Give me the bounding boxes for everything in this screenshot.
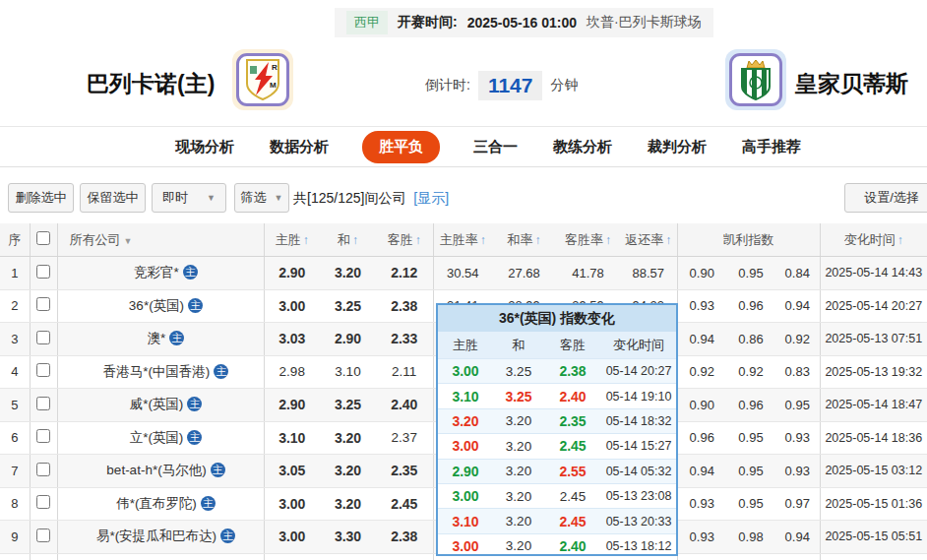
change-time-header[interactable]: 变化时间↑ <box>820 223 927 257</box>
home-indicator-badge: 主 <box>169 331 184 345</box>
tab-item[interactable]: 数据分析 <box>268 132 331 162</box>
delete-selected-button[interactable]: 删除选中 <box>8 183 74 213</box>
company-name[interactable]: 竞彩官*主 <box>57 257 264 290</box>
kelly-home: 0.93 <box>677 521 726 554</box>
match-meta-bar: 西甲 开赛时间: 2025-05-16 01:00 坎普·巴列卡斯球场 <box>335 8 713 37</box>
show-link[interactable]: [显示] <box>413 190 449 206</box>
company-name[interactable]: 澳*主 <box>57 323 264 356</box>
table-row: 1 竞彩官*主 2.90 3.20 2.12 30.54 27.68 41.78… <box>0 257 927 290</box>
home-indicator-badge: 主 <box>187 397 202 411</box>
row-index: 7 <box>0 455 30 488</box>
row-checkbox[interactable] <box>36 397 50 410</box>
kelly-home: 0.93 <box>677 487 726 521</box>
popup-row: 3.00 3.20 2.45 05-13 23:08 <box>438 483 676 508</box>
kelly-away: 0.97 <box>775 487 820 521</box>
settings-button[interactable]: 设置/选择 <box>844 183 927 213</box>
popup-draw-odds: 3.20 <box>493 408 544 433</box>
company-name[interactable]: 36*(英国)主 <box>57 289 264 323</box>
kelly-draw: 0.92 <box>726 355 775 389</box>
kelly-away: 0.84 <box>775 257 820 290</box>
tab-item[interactable]: 胜平负 <box>362 131 440 163</box>
draw-header[interactable]: 和↑ <box>320 223 376 257</box>
row-index: 4 <box>0 355 30 389</box>
popup-row: 3.20 3.20 2.35 05-14 18:32 <box>438 408 676 433</box>
draw-odds: 3.30 <box>320 521 376 554</box>
row-checkbox[interactable] <box>36 463 50 476</box>
popup-draw-odds: 3.20 <box>493 533 544 556</box>
home-win-odds: 2.90 <box>264 257 320 290</box>
company-name[interactable]: 易*(安提瓜和巴布达)主 <box>57 521 264 554</box>
kelly-home: 0.90 <box>677 389 726 422</box>
popup-away-win-odds: 2.35 <box>544 408 601 433</box>
company-header[interactable]: 所有公司▼ <box>57 223 264 257</box>
away-win-header[interactable]: 客胜↑ <box>376 223 433 257</box>
row-checkbox[interactable] <box>36 265 50 279</box>
company-name[interactable]: 威*(英国)主 <box>57 389 264 422</box>
company-name[interactable]: Interwet*(塞浦路斯)主 <box>57 553 264 560</box>
filter-dropdown[interactable]: 筛选 ▼ <box>234 183 289 213</box>
keep-selected-button[interactable]: 保留选中 <box>80 183 146 213</box>
row-select-cell <box>30 455 57 488</box>
row-checkbox[interactable] <box>36 495 50 509</box>
chevron-down-icon: ▼ <box>124 236 133 246</box>
popup-away-win-odds: 2.40 <box>544 533 601 556</box>
popup-home-win-odds: 3.10 <box>438 384 493 408</box>
sort-up-icon: ↑ <box>415 233 421 247</box>
home-win-header[interactable]: 主胜↑ <box>264 223 320 257</box>
draw-odds: 3.20 <box>320 257 376 290</box>
row-select-cell <box>30 289 57 323</box>
home-win-rate: 30.54 <box>433 257 492 290</box>
popup-change-time-header: 变化时间 <box>601 332 676 359</box>
kelly-draw: 0.96 <box>726 389 775 422</box>
popup-change-time: 05-14 20:27 <box>601 359 676 384</box>
draw-rate-header[interactable]: 和率↑ <box>492 223 556 257</box>
change-time: 2025-05-15 03:12 <box>820 455 927 488</box>
row-checkbox[interactable] <box>36 529 50 542</box>
return-rate-header[interactable]: 返还率↑ <box>620 223 677 257</box>
company-name[interactable]: 香港马*(中国香港)主 <box>57 355 264 389</box>
away-win-odds: 2.12 <box>376 257 433 290</box>
row-select-cell <box>30 257 57 290</box>
row-index: 6 <box>0 421 30 455</box>
row-checkbox[interactable] <box>36 363 50 377</box>
tab-item[interactable]: 裁判分析 <box>646 132 709 162</box>
kickoff-time: 2025-05-16 01:00 <box>467 15 577 31</box>
return-rate: 88.57 <box>620 257 677 290</box>
live-odds-dropdown[interactable]: 即时 ▼ <box>152 183 226 213</box>
company-count: 共[125/125]间公司 [显示] <box>293 190 449 208</box>
home-rate-header[interactable]: 主胜率↑ <box>433 223 492 257</box>
home-indicator-badge: 主 <box>183 265 198 280</box>
tab-item[interactable]: 三合一 <box>471 132 520 162</box>
popup-home-win-odds: 3.20 <box>438 408 493 433</box>
select-all-checkbox[interactable] <box>36 231 50 245</box>
draw-rate: 27.68 <box>492 257 556 290</box>
home-team-logo: R M <box>232 49 293 110</box>
company-name[interactable]: bet-at-h*(马尔他)主 <box>57 455 264 488</box>
row-checkbox[interactable] <box>36 297 50 311</box>
row-checkbox[interactable] <box>36 331 50 344</box>
home-win-odds: 2.98 <box>264 355 320 389</box>
tab-item[interactable]: 现场分析 <box>173 132 236 162</box>
popup-away-win-odds: 2.45 <box>544 434 601 459</box>
away-win-odds: 2.40 <box>376 553 433 560</box>
league-badge: 西甲 <box>346 11 388 34</box>
sort-up-icon: ↑ <box>897 233 903 247</box>
table-header-row: 序 所有公司▼ 主胜↑ 和↑ 客胜↑ 主胜率↑ 和率↑ 客胜率↑ 返还率↑ 凯利… <box>0 223 927 257</box>
home-win-odds: 2.90 <box>264 389 320 422</box>
odds-change-popup: 36*(英国) 指数变化 主胜 和 客胜 变化时间 3.00 3.25 2.38 <box>436 303 678 556</box>
popup-draw-odds: 3.20 <box>493 483 544 508</box>
row-checkbox[interactable] <box>36 429 50 443</box>
popup-row: 3.10 3.20 2.45 05-13 20:33 <box>438 509 676 533</box>
kelly-home: 0.90 <box>677 257 726 290</box>
odds-page: 西甲 开赛时间: 2025-05-16 01:00 坎普·巴列卡斯球场 巴列卡诺… <box>0 0 927 560</box>
away-win-odds: 2.11 <box>376 355 433 389</box>
tab-item[interactable]: 教练分析 <box>551 132 614 162</box>
home-win-odds: 3.10 <box>264 421 320 455</box>
popup-draw-odds: 3.25 <box>493 359 544 384</box>
company-name[interactable]: 伟*(直布罗陀)主 <box>57 487 264 521</box>
row-select-cell <box>30 487 57 521</box>
away-rate-header[interactable]: 客胜率↑ <box>556 223 620 257</box>
tab-item[interactable]: 高手推荐 <box>740 132 803 162</box>
company-name[interactable]: 立*(英国)主 <box>57 421 264 455</box>
away-win-odds: 2.45 <box>376 487 433 521</box>
